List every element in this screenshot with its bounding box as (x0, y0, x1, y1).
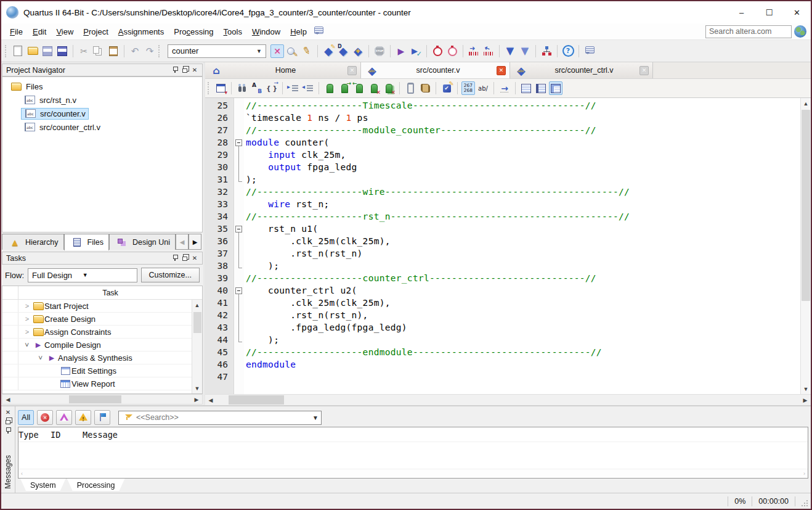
pencil-icon[interactable] (300, 44, 314, 58)
copy-icon[interactable] (92, 44, 105, 58)
scroll-right-icon[interactable]: ▶ (800, 395, 811, 405)
code-line[interactable]: 46endmodule (205, 358, 800, 371)
menu-window[interactable]: Window (247, 25, 285, 39)
code-line[interactable]: 38 ); (205, 260, 800, 272)
line-numbers-badge-icon[interactable]: 267268 (461, 81, 475, 95)
code-line[interactable]: 37 .rst_n(rst_n) (205, 247, 800, 260)
tab-processing[interactable]: Processing (67, 479, 125, 491)
menu-file[interactable]: File (5, 25, 28, 39)
save-icon[interactable] (41, 44, 54, 58)
filter-error-button[interactable] (37, 410, 53, 425)
scroll-left-icon[interactable]: ◀ (2, 395, 14, 404)
project-combo[interactable]: counter▼ (168, 44, 266, 58)
task-row-edit-settings[interactable]: Edit Settings (2, 364, 202, 377)
timer-icon[interactable] (431, 44, 444, 58)
close-panel-icon[interactable] (190, 65, 200, 75)
task-row-analysis-synthesis[interactable]: >Analysis & Synthesis (2, 352, 202, 364)
stop-icon[interactable] (373, 44, 386, 58)
tabs-scroll-left-icon[interactable]: ◀ (176, 234, 189, 250)
tab-system[interactable]: System (20, 479, 66, 491)
magenta-x-icon[interactable] (270, 44, 284, 58)
minimize-button[interactable]: – (728, 2, 755, 23)
task-row-start-project[interactable]: >Start Project (2, 300, 202, 313)
filter-flag-button[interactable] (94, 410, 110, 425)
code-line[interactable]: 29 input clk_25m, (205, 149, 800, 161)
tasks-horizontal-scrollbar[interactable]: ◀ ▶ (2, 394, 203, 405)
code-line[interactable]: 33 wire rst_n; (205, 198, 800, 210)
wave-icon[interactable] (467, 44, 481, 58)
templates-icon[interactable] (418, 81, 432, 95)
settings-diamond-icon[interactable] (322, 44, 335, 58)
cut-icon[interactable] (77, 44, 91, 58)
scroll-left-icon[interactable]: ‹ (21, 471, 23, 477)
tab-design-uni[interactable]: Design Uni (109, 234, 176, 250)
float-icon[interactable] (3, 417, 13, 426)
view-2-icon[interactable] (534, 81, 548, 95)
customize-button[interactable]: Customize... (141, 268, 200, 282)
code-line[interactable]: 42 .rst_n(rst_n), (205, 309, 800, 321)
float-icon[interactable] (180, 253, 190, 263)
close-panel-icon[interactable] (3, 408, 13, 417)
redo-icon[interactable] (143, 44, 156, 58)
comment-toggle-icon[interactable]: ab/ (476, 81, 490, 95)
feedback-icon[interactable] (312, 25, 326, 38)
editor-horizontal-scrollbar[interactable]: ◀ ▶ (205, 394, 811, 405)
code-line[interactable]: 47 (205, 371, 800, 383)
code-editor[interactable]: 25//-------------------Timescale--------… (205, 98, 800, 394)
balloon-pencil-icon[interactable] (285, 44, 299, 58)
expand-chevron-icon[interactable]: > (23, 340, 31, 350)
menu-edit[interactable]: Edit (28, 25, 51, 39)
close-tab-icon[interactable]: ✕ (347, 66, 357, 75)
editor-tab-src-counter-ctrl-v[interactable]: src/counter_ctrl.v✕ (510, 62, 653, 78)
editor-tab-src-counter-v[interactable]: src/counter.v✕ (361, 62, 510, 78)
close-tab-icon[interactable]: ✕ (639, 66, 649, 75)
expand-chevron-icon[interactable]: > (37, 353, 44, 363)
code-line[interactable]: 30 output fpga_ledg (205, 161, 800, 173)
pin-icon[interactable] (3, 426, 13, 435)
undo-icon[interactable] (128, 44, 142, 58)
filter-warning-button[interactable] (75, 410, 91, 425)
goto-line-icon[interactable] (498, 81, 511, 95)
tab-files[interactable]: Files (64, 234, 109, 250)
bookmark-icon[interactable] (323, 81, 336, 95)
fold-marker[interactable] (233, 136, 244, 149)
tab-hierarchy[interactable]: Hierarchy (2, 234, 64, 250)
flow-select[interactable]: Full Design ▼ (28, 268, 137, 282)
close-tab-icon[interactable]: ✕ (497, 66, 506, 75)
menu-view[interactable]: View (51, 25, 78, 39)
doc-save-icon[interactable] (214, 81, 227, 95)
bookmark-next-icon[interactable] (338, 81, 351, 95)
tree-file-item[interactable]: src/counter.v (2, 107, 202, 120)
tasks-vertical-scrollbar[interactable]: ▲ ▼ (192, 300, 202, 393)
scroll-down-icon[interactable]: ▼ (801, 384, 811, 394)
task-row-compile-design[interactable]: >Compile Design (2, 339, 202, 352)
code-line[interactable]: 45//-------------------endmodule--------… (205, 346, 800, 358)
pin-planner-diamond-icon[interactable] (351, 44, 365, 58)
code-line[interactable]: 44 ); (205, 334, 800, 346)
scroll-up-icon[interactable]: ▲ (195, 300, 200, 310)
messages-horizontal-scrollbar[interactable]: ‹ › (18, 469, 808, 478)
task-row-create-design[interactable]: >Create Design (2, 313, 202, 326)
scroll-up-icon[interactable]: ▲ (801, 98, 811, 109)
code-line[interactable]: 36 .clk_25m(clk_25m), (205, 235, 800, 247)
code-line[interactable]: 25//-------------------Timescale--------… (205, 99, 800, 112)
code-line[interactable]: 27//-------------------module_counter---… (205, 124, 800, 136)
code-line[interactable]: 31); (205, 173, 800, 186)
menu-assignments[interactable]: Assignments (113, 25, 169, 39)
scroll-right-icon[interactable]: › (803, 471, 805, 477)
bookmark-delete-icon[interactable] (367, 81, 381, 95)
tabs-scroll-right-icon[interactable]: ▶ (189, 234, 201, 250)
view-3-icon[interactable] (549, 81, 562, 95)
paste-icon[interactable] (107, 44, 120, 58)
menu-processing[interactable]: Processing (169, 25, 218, 39)
fold-marker[interactable] (233, 284, 244, 297)
tree-file-item[interactable]: src/counter_ctrl.v (2, 120, 202, 134)
tree-file-item[interactable]: src/rst_n.v (2, 93, 202, 107)
scroll-down-icon[interactable]: ▼ (195, 383, 200, 393)
code-line[interactable]: 28module counter( (205, 136, 800, 149)
code-line[interactable]: 34//-------------------rst_n------------… (205, 210, 800, 223)
maximize-button[interactable]: ☐ (755, 2, 783, 23)
compile-down-icon[interactable] (503, 44, 517, 58)
menu-help[interactable]: Help (285, 25, 312, 39)
run-check-icon[interactable] (409, 44, 423, 58)
